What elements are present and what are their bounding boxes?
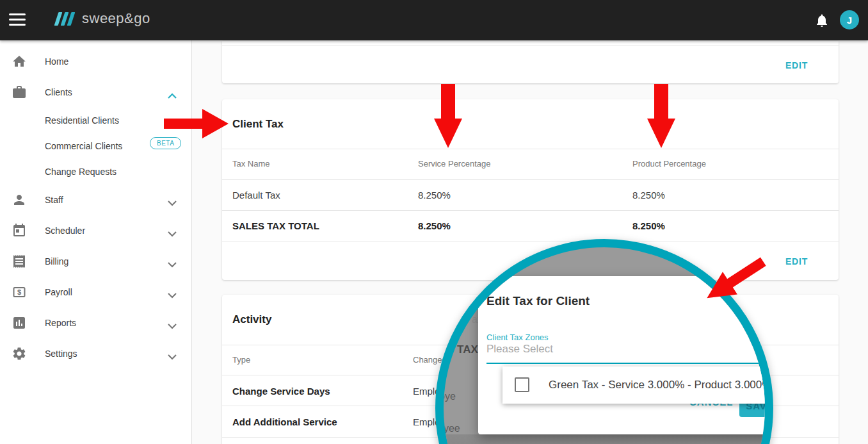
- calendar-icon: [12, 223, 27, 238]
- divider: [222, 45, 839, 45]
- modal-title: Edit Tax for Client: [486, 294, 590, 308]
- cell-type: Add Additional Service: [232, 416, 337, 427]
- tax-zones-select[interactable]: Please Select: [486, 343, 553, 356]
- person-icon: [12, 192, 27, 208]
- sidebar-item-label: Staff: [45, 195, 63, 205]
- sidebar-item-label: Change Requests: [45, 167, 117, 177]
- divider: [222, 210, 839, 211]
- chevron-down-icon: [168, 320, 177, 326]
- home-icon: [12, 54, 27, 69]
- sidebar-item-clients[interactable]: Clients: [0, 79, 191, 105]
- chevron-down-icon: [168, 290, 177, 295]
- sidebar-item-commercial-clients[interactable]: Commercial Clients BETA: [0, 133, 191, 159]
- magnified-background-fragment: S TAX: [447, 343, 478, 356]
- sidebar-item-label: Commercial Clients: [45, 141, 122, 151]
- bar-chart-icon: [12, 315, 27, 331]
- notifications-bell-icon[interactable]: [814, 12, 830, 29]
- chevron-down-icon: [168, 351, 177, 357]
- card-title: Client Tax: [232, 118, 284, 131]
- user-avatar[interactable]: J: [840, 10, 859, 29]
- annotation-arrow-right: [164, 109, 229, 138]
- sidebar-item-label: Reports: [45, 318, 76, 328]
- app-logo: sweep&go: [56, 10, 150, 27]
- cell-service-percentage: 8.250%: [418, 220, 451, 231]
- sidebar-item-payroll[interactable]: $ Payroll: [0, 279, 191, 305]
- sidebar-item-change-requests[interactable]: Change Requests: [0, 159, 191, 185]
- sidebar-item-residential-clients[interactable]: Residential Clients: [0, 108, 191, 133]
- top-card: EDIT: [222, 41, 839, 83]
- sidebar-item-billing[interactable]: Billing: [0, 249, 191, 274]
- topbar: sweep&go J: [0, 0, 868, 40]
- cell-service-percentage: 8.250%: [418, 190, 451, 201]
- magnified-dim-backdrop: [435, 434, 773, 444]
- option-checkbox[interactable]: [515, 377, 529, 392]
- sidebar-item-home[interactable]: Home: [0, 49, 191, 74]
- chevron-down-icon: [168, 228, 177, 234]
- sidebar-item-staff[interactable]: Staff: [0, 187, 191, 213]
- sidebar-item-reports[interactable]: Reports: [0, 310, 191, 336]
- menu-icon[interactable]: [9, 13, 26, 26]
- magnified-background-fragment: oyee: [438, 423, 460, 434]
- divider: [222, 179, 839, 180]
- sidebar-item-label: Payroll: [45, 287, 72, 297]
- logo-text: sweep&go: [82, 10, 150, 27]
- briefcase-icon: [12, 85, 27, 100]
- divider: [222, 242, 839, 242]
- logo-bars-icon: [56, 12, 76, 26]
- beta-badge: BETA: [150, 137, 181, 149]
- client-tax-zones-label: Client Tax Zones: [486, 333, 549, 342]
- sidebar-item-label: Billing: [45, 256, 68, 267]
- chevron-down-icon: [168, 197, 177, 203]
- edit-button[interactable]: EDIT: [785, 256, 808, 267]
- annotation-arrow-down-product: [647, 84, 676, 149]
- cell-product-percentage: 8.250%: [632, 190, 665, 201]
- column-header-type: Type: [232, 355, 250, 365]
- gear-icon: [12, 346, 27, 361]
- magnified-background-fragment: oye: [439, 391, 456, 402]
- dollar-box-icon: $: [12, 284, 27, 300]
- chevron-down-icon: [168, 259, 177, 265]
- sidebar-item-scheduler[interactable]: Scheduler: [0, 218, 191, 243]
- sidebar-item-label: Residential Clients: [45, 115, 119, 126]
- page: Home Clients Residential Clients Commerc…: [0, 0, 868, 444]
- sidebar-item-settings[interactable]: Settings: [0, 341, 191, 366]
- annotation-arrow-down-service: [433, 84, 463, 149]
- edit-button[interactable]: EDIT: [785, 60, 808, 70]
- client-tax-card: Client Tax Tax Name Service Percentage P…: [222, 99, 839, 280]
- tax-zones-dropdown: Green Tax - Service 3.000% - Product 3.0…: [502, 366, 773, 404]
- sidebar: Home Clients Residential Clients Commerc…: [0, 40, 192, 444]
- cell-type: Change Service Days: [232, 386, 330, 397]
- chevron-up-icon: [168, 90, 177, 95]
- cell-product-percentage: 8.250%: [632, 220, 665, 231]
- cell-tax-name: SALES TAX TOTAL: [232, 220, 319, 231]
- sidebar-item-label: Home: [45, 56, 68, 67]
- column-header-service-percentage: Service Percentage: [418, 159, 490, 169]
- select-underline: [486, 363, 773, 364]
- divider: [222, 149, 839, 149]
- card-title: Activity: [232, 313, 271, 326]
- sidebar-item-label: Scheduler: [45, 226, 85, 236]
- column-header-product-percentage: Product Percentage: [632, 159, 706, 169]
- sidebar-item-label: Clients: [45, 87, 72, 97]
- receipt-icon: [12, 254, 27, 269]
- column-header-tax-name: Tax Name: [232, 159, 270, 169]
- cell-tax-name: Default Tax: [232, 190, 280, 201]
- dropdown-option[interactable]: Green Tax - Service 3.000% - Product 3.0…: [549, 379, 771, 391]
- sidebar-item-label: Settings: [45, 349, 77, 359]
- svg-text:$: $: [17, 288, 21, 296]
